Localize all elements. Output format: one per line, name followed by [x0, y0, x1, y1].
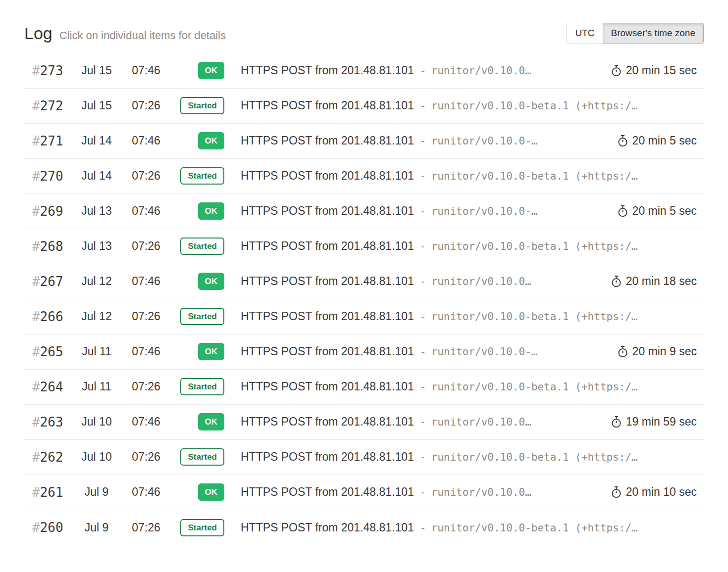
- status-badge: Started: [180, 378, 224, 395]
- event-date: Jul 13: [72, 239, 121, 253]
- event-description: HTTPS POST from 201.48.81.101 - runitor/…: [241, 239, 704, 253]
- event-description: HTTPS POST from 201.48.81.101 - runitor/…: [241, 134, 609, 147]
- event-time: 07:46: [121, 345, 171, 358]
- event-description: HTTPS POST from 201.48.81.101 - runitor/…: [241, 345, 609, 358]
- event-source-text: HTTPS POST from 201.48.81.101: [241, 415, 414, 429]
- event-id: #268: [24, 239, 72, 254]
- event-time: 07:26: [121, 521, 171, 534]
- log-row[interactable]: #273 Jul 15 07:46 OK HTTPS POST from 201…: [24, 53, 704, 89]
- page-title: Log: [24, 24, 52, 43]
- duration-text: 20 min 5 sec: [632, 134, 697, 147]
- log-row[interactable]: #261 Jul 9 07:46 OK HTTPS POST from 201.…: [24, 475, 704, 510]
- log-row[interactable]: #262 Jul 10 07:26 Started HTTPS POST fro…: [24, 440, 704, 475]
- log-row[interactable]: #268 Jul 13 07:26 Started HTTPS POST fro…: [24, 229, 704, 264]
- event-id: #271: [24, 134, 72, 148]
- event-date: Jul 9: [72, 485, 121, 499]
- user-agent-separator: -: [420, 240, 426, 252]
- event-date: Jul 14: [72, 134, 121, 147]
- event-id-number: 264: [40, 380, 63, 394]
- event-id: #267: [24, 274, 72, 289]
- event-id: #270: [24, 169, 72, 184]
- duration: 20 min 9 sec: [609, 345, 704, 358]
- user-agent-text: runitor/v0.10.0-…: [431, 346, 538, 358]
- event-date: Jul 12: [72, 275, 121, 288]
- event-description: HTTPS POST from 201.48.81.101 - runitor/…: [241, 485, 602, 499]
- event-time: 07:46: [121, 204, 171, 218]
- title-wrap: Log Click on individual items for detail…: [24, 24, 226, 43]
- status-badge: Started: [180, 308, 224, 325]
- user-agent-separator: -: [420, 451, 426, 463]
- status-badge-cell: OK: [171, 273, 241, 290]
- event-description: HTTPS POST from 201.48.81.101 - runitor/…: [241, 521, 704, 534]
- timezone-button-utc[interactable]: UTC: [567, 23, 603, 44]
- duration: 20 min 15 sec: [602, 64, 704, 77]
- duration: 19 min 59 sec: [602, 415, 704, 429]
- status-badge-cell: Started: [171, 308, 241, 325]
- user-agent-text: runitor/v0.10.0-beta.1 (+https:/…: [431, 100, 638, 112]
- event-id: #262: [24, 450, 72, 465]
- log-row[interactable]: #269 Jul 13 07:46 OK HTTPS POST from 201…: [24, 194, 704, 229]
- event-id-hash: #: [32, 239, 40, 254]
- log-row[interactable]: #266 Jul 12 07:26 Started HTTPS POST fro…: [24, 299, 704, 334]
- status-badge-cell: OK: [171, 343, 241, 360]
- user-agent-text: runitor/v0.10.0…: [431, 65, 531, 77]
- user-agent-separator: -: [420, 416, 426, 428]
- event-id-number: 266: [40, 309, 63, 324]
- status-badge-cell: OK: [171, 483, 241, 501]
- timezone-button-browser[interactable]: Browser's time zone: [603, 23, 704, 44]
- event-source-text: HTTPS POST from 201.48.81.101: [241, 134, 414, 147]
- event-id: #269: [24, 204, 72, 219]
- user-agent-text: runitor/v0.10.0-beta.1 (+https:/…: [431, 381, 638, 393]
- user-agent-separator: -: [420, 381, 426, 393]
- stopwatch-icon: [611, 416, 622, 428]
- event-id-hash: #: [32, 274, 40, 289]
- event-id-number: 262: [40, 450, 63, 465]
- status-badge: Started: [180, 519, 224, 536]
- event-id-hash: #: [32, 450, 40, 465]
- user-agent-separator: -: [420, 170, 426, 182]
- log-row[interactable]: #260 Jul 9 07:26 Started HTTPS POST from…: [24, 510, 704, 545]
- event-id: #263: [24, 415, 72, 429]
- event-id: #260: [24, 520, 72, 535]
- event-time: 07:26: [121, 99, 171, 112]
- log-row[interactable]: #263 Jul 10 07:46 OK HTTPS POST from 201…: [24, 405, 704, 440]
- log-list: #273 Jul 15 07:46 OK HTTPS POST from 201…: [24, 53, 704, 545]
- log-row[interactable]: #265 Jul 11 07:46 OK HTTPS POST from 201…: [24, 334, 704, 370]
- log-row[interactable]: #264 Jul 11 07:26 Started HTTPS POST fro…: [24, 370, 704, 405]
- event-source-text: HTTPS POST from 201.48.81.101: [241, 521, 414, 534]
- status-badge: Started: [180, 238, 224, 255]
- page-header: Log Click on individual items for detail…: [24, 0, 704, 44]
- log-page: Log Click on individual items for detail…: [24, 0, 704, 545]
- event-time: 07:46: [121, 485, 171, 499]
- user-agent-text: runitor/v0.10.0-beta.1 (+https:/…: [431, 451, 638, 463]
- log-row[interactable]: #267 Jul 12 07:46 OK HTTPS POST from 201…: [24, 264, 704, 299]
- duration: 20 min 5 sec: [609, 204, 704, 218]
- event-description: HTTPS POST from 201.48.81.101 - runitor/…: [241, 275, 602, 288]
- duration-text: 19 min 59 sec: [626, 415, 697, 429]
- user-agent-text: runitor/v0.10.0-beta.1 (+https:/…: [431, 522, 638, 534]
- status-badge: OK: [198, 413, 225, 430]
- user-agent-separator: -: [420, 65, 426, 77]
- event-time: 07:46: [121, 275, 171, 288]
- event-id-number: 272: [40, 98, 63, 113]
- log-row[interactable]: #270 Jul 14 07:26 Started HTTPS POST fro…: [24, 159, 704, 194]
- timezone-toggle: UTC Browser's time zone: [567, 23, 704, 44]
- page-subtitle: Click on individual items for details: [59, 29, 226, 42]
- user-agent-text: runitor/v0.10.0-beta.1 (+https:/…: [431, 170, 638, 182]
- event-source-text: HTTPS POST from 201.48.81.101: [241, 239, 414, 253]
- status-badge-cell: Started: [171, 378, 241, 395]
- log-row[interactable]: #271 Jul 14 07:46 OK HTTPS POST from 201…: [24, 124, 704, 159]
- duration: 20 min 10 sec: [602, 485, 704, 499]
- status-badge-cell: Started: [171, 167, 241, 185]
- log-row[interactable]: #272 Jul 15 07:26 Started HTTPS POST fro…: [24, 89, 704, 124]
- event-id-number: 263: [40, 415, 63, 429]
- event-description: HTTPS POST from 201.48.81.101 - runitor/…: [241, 415, 602, 429]
- stopwatch-icon: [611, 275, 622, 287]
- event-date: Jul 14: [72, 169, 121, 183]
- event-id: #273: [24, 63, 72, 78]
- event-source-text: HTTPS POST from 201.48.81.101: [241, 204, 414, 218]
- duration-text: 20 min 15 sec: [626, 64, 697, 77]
- event-id-hash: #: [32, 134, 40, 148]
- user-agent-separator: -: [420, 205, 426, 217]
- status-badge-cell: Started: [171, 519, 241, 536]
